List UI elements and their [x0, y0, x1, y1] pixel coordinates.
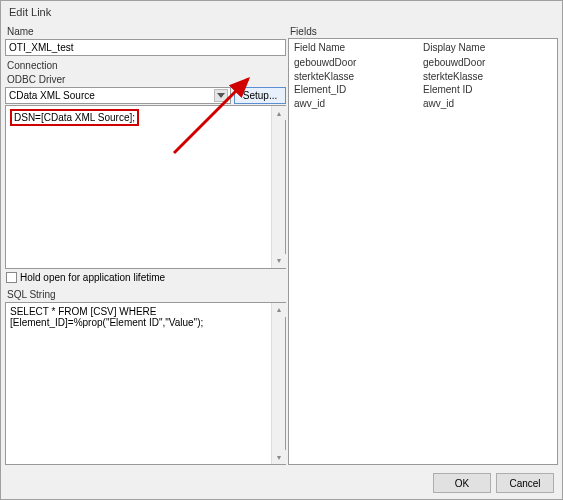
- connection-string-text: DSN=[CData XML Source];: [10, 109, 139, 126]
- scroll-down-icon[interactable]: ▾: [272, 254, 286, 268]
- name-input[interactable]: [5, 39, 286, 56]
- setup-button[interactable]: Setup...: [234, 87, 286, 104]
- cell-display-name: gebouwdDoor: [423, 56, 552, 70]
- table-row[interactable]: sterkteKlasse sterkteKlasse: [294, 70, 552, 84]
- table-row[interactable]: gebouwdDoor gebouwdDoor: [294, 56, 552, 70]
- table-row[interactable]: Element_ID Element ID: [294, 83, 552, 97]
- fields-label: Fields: [288, 26, 558, 37]
- scroll-up-icon[interactable]: ▴: [272, 106, 286, 120]
- scroll-up-icon[interactable]: ▴: [272, 303, 286, 317]
- left-pane: Name Connection ODBC Driver CData XML So…: [5, 23, 286, 465]
- cell-field-name: gebouwdDoor: [294, 56, 423, 70]
- cancel-button[interactable]: Cancel: [496, 473, 554, 493]
- col-display-name: Display Name: [423, 42, 552, 53]
- sql-string-box[interactable]: SELECT * FROM [CSV] WHERE [Element_ID]=%…: [5, 302, 286, 466]
- connection-string-box[interactable]: DSN=[CData XML Source]; ▴ ▾: [5, 105, 286, 269]
- cell-field-name: awv_id: [294, 97, 423, 111]
- cell-field-name: sterkteKlasse: [294, 70, 423, 84]
- odbc-driver-selected-text: CData XML Source: [9, 90, 95, 101]
- scroll-down-icon[interactable]: ▾: [272, 450, 286, 464]
- cell-display-name: Element ID: [423, 83, 552, 97]
- name-label: Name: [5, 26, 286, 37]
- odbc-driver-row: CData XML Source Setup...: [5, 87, 286, 104]
- scrollbar[interactable]: ▴ ▾: [271, 303, 285, 465]
- content-area: Name Connection ODBC Driver CData XML So…: [1, 23, 562, 467]
- edit-link-window: Edit Link Name Connection ODBC Driver CD…: [0, 0, 563, 500]
- ok-button[interactable]: OK: [433, 473, 491, 493]
- odbc-driver-select[interactable]: CData XML Source: [5, 87, 231, 104]
- hold-open-checkbox[interactable]: [6, 272, 17, 283]
- scrollbar[interactable]: ▴ ▾: [271, 106, 285, 268]
- odbc-driver-label: ODBC Driver: [5, 74, 286, 85]
- hold-open-row: Hold open for application lifetime: [5, 270, 286, 285]
- connection-label: Connection: [5, 60, 286, 71]
- chevron-down-icon: [214, 89, 228, 102]
- hold-open-label: Hold open for application lifetime: [20, 272, 165, 283]
- col-field-name: Field Name: [294, 42, 423, 53]
- sql-string-text: SELECT * FROM [CSV] WHERE [Element_ID]=%…: [6, 303, 285, 465]
- table-row[interactable]: awv_id awv_id: [294, 97, 552, 111]
- cell-display-name: sterkteKlasse: [423, 70, 552, 84]
- fields-header: Field Name Display Name: [294, 42, 552, 53]
- window-title: Edit Link: [1, 1, 562, 23]
- cell-display-name: awv_id: [423, 97, 552, 111]
- cell-field-name: Element_ID: [294, 83, 423, 97]
- fields-listbox[interactable]: Field Name Display Name gebouwdDoor gebo…: [288, 38, 558, 465]
- right-pane: Fields Field Name Display Name gebouwdDo…: [288, 23, 558, 465]
- connection-string-content: DSN=[CData XML Source];: [6, 106, 285, 268]
- fields-rows: gebouwdDoor gebouwdDoor sterkteKlasse st…: [294, 56, 552, 110]
- dialog-footer: OK Cancel: [1, 467, 562, 499]
- sql-string-label: SQL String: [5, 289, 286, 300]
